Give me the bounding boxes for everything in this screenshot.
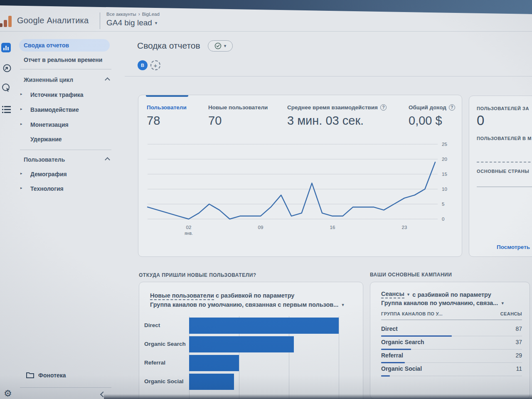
metric-suffix: с разбивкой по параметру xyxy=(214,292,295,299)
acquisition-card: Новые пользователи с разбивкой по параме… xyxy=(139,282,363,399)
sidebar-divider xyxy=(20,387,111,388)
chevron-down-icon: ▾ xyxy=(155,20,158,26)
sidebar-item-monetization[interactable]: Монетизация xyxy=(30,121,69,128)
help-question-icon[interactable]: ? xyxy=(449,104,455,111)
svg-text:5: 5 xyxy=(442,202,444,207)
header-divider xyxy=(100,12,100,29)
header-bottom-divider xyxy=(0,31,532,32)
bar-row: Referral xyxy=(139,354,363,372)
metric-tab-avg-engagement[interactable]: Среднее время взаимодействия ? 3 мин. 03… xyxy=(287,104,387,128)
submenu-arrow-icon: ▸ xyxy=(20,122,22,126)
sidebar-divider xyxy=(20,150,111,150)
metric-label: Среднее время взаимодействия xyxy=(287,104,378,111)
sidebar-item-tech[interactable]: Технология xyxy=(30,185,64,192)
realtime-divider xyxy=(477,187,532,187)
audience-chip-avatar[interactable]: B xyxy=(138,60,148,70)
breadcrumb-account[interactable]: BigLead xyxy=(142,12,160,17)
sessions-value: 11 xyxy=(516,365,522,372)
column-header-sessions: СЕАНСЫ xyxy=(500,311,522,316)
rail-advertising-icon[interactable] xyxy=(1,82,11,93)
metric-tab-total-revenue[interactable]: Общий доход ? 0,00 $ xyxy=(409,104,455,128)
bar-referral xyxy=(189,355,239,371)
table-row: Organic Search 37 xyxy=(381,336,522,350)
property-name: GA4 big lead xyxy=(106,18,152,27)
rail-configure-icon[interactable] xyxy=(1,104,12,115)
breadcrumb: Все аккаунты › BigLead xyxy=(106,11,160,17)
metric-label: Общий доход xyxy=(409,104,446,111)
view-realtime-link[interactable]: Посмотреть xyxy=(497,244,530,250)
sidebar-item-engagement[interactable]: Взаимодействие xyxy=(30,106,79,113)
dimension-label: Группа каналов по умолчанию, связа... xyxy=(381,300,498,306)
bar-row: Organic Search xyxy=(139,335,363,354)
rail-explore-icon[interactable] xyxy=(2,63,12,73)
sidebar-item-realtime[interactable]: Отчет в реальном времени xyxy=(24,57,102,63)
folder-icon xyxy=(26,372,34,380)
active-metric-indicator xyxy=(146,95,188,97)
campaigns-metric-selector[interactable]: Сеансы ▾ с разбивкой по параметру xyxy=(381,291,491,298)
submenu-arrow-icon: ▸ xyxy=(20,171,22,175)
sidebar-item-reports-snapshot[interactable]: Сводка отчетов xyxy=(19,39,110,52)
svg-text:10: 10 xyxy=(442,187,447,192)
chevron-up-icon[interactable] xyxy=(105,157,110,163)
target-cursor-icon xyxy=(1,83,11,93)
metric-label: Новые пользователи xyxy=(208,104,268,111)
acquisition-dimension-selector[interactable]: Группа каналов по умолчанию, связанная с… xyxy=(150,301,344,308)
breadcrumb-all-accounts[interactable]: Все аккаунты xyxy=(106,12,136,17)
svg-text:16: 16 xyxy=(330,225,335,230)
chevron-down-icon: ▾ xyxy=(407,292,410,297)
channel-name: Direct xyxy=(381,325,398,332)
metric-value: 70 xyxy=(208,114,268,128)
chevron-down-icon: ▾ xyxy=(342,302,344,308)
rail-reports-icon[interactable] xyxy=(1,43,11,52)
property-selector[interactable]: GA4 big lead ▾ xyxy=(106,18,157,27)
metric-value: 78 xyxy=(147,114,187,128)
svg-text:15: 15 xyxy=(442,172,447,177)
row-bar xyxy=(381,375,390,377)
table-header: ГРУППА КАНАЛОВ ПО У... СЕАНСЫ xyxy=(381,311,522,316)
breadcrumb-separator-icon: › xyxy=(138,11,140,17)
dimension-label: Группа каналов по умолчанию, связанная с… xyxy=(150,301,338,308)
sidebar-item-library[interactable]: Фонотека xyxy=(38,372,66,379)
table-row: Direct 87 xyxy=(381,323,522,336)
bar-direct xyxy=(189,318,339,334)
submenu-arrow-icon: ▸ xyxy=(20,107,22,111)
sidebar-item-acquisition[interactable]: Источник трафика xyxy=(30,91,84,98)
users-line-chart: 051015202502янв.091623 xyxy=(144,133,456,236)
bar-row: Direct xyxy=(139,316,363,335)
settings-gear-icon[interactable]: ⚙ xyxy=(4,388,12,399)
bar-organic-search xyxy=(189,336,294,352)
table-header-divider xyxy=(381,320,522,320)
channel-name: Organic Search xyxy=(381,339,424,345)
metric-selector-label[interactable]: Новые пользователи xyxy=(150,292,214,300)
metric-selector-label[interactable]: Сеансы xyxy=(381,291,404,298)
add-comparison-icon[interactable]: + xyxy=(150,60,160,70)
campaigns-section-label: ВАШИ ОСНОВНЫЕ КАМПАНИИ xyxy=(370,272,452,278)
metric-tab-users[interactable]: Пользователи 78 xyxy=(147,104,187,128)
svg-text:20: 20 xyxy=(442,157,447,162)
screen-bottom-bezel xyxy=(104,394,532,399)
chevron-down-icon: ▾ xyxy=(224,43,227,49)
svg-text:02: 02 xyxy=(186,225,192,230)
chevron-up-icon[interactable] xyxy=(105,77,110,83)
channel-name: Organic Social xyxy=(381,365,422,372)
svg-text:25: 25 xyxy=(442,142,447,147)
top-countries-caption: ОСНОВНЫЕ СТРАНЫ xyxy=(477,169,529,174)
bar-category-label: Organic Search xyxy=(144,341,190,347)
help-question-icon[interactable]: ? xyxy=(380,104,387,111)
sessions-value: 87 xyxy=(515,325,522,332)
sessions-value: 29 xyxy=(515,352,522,359)
bar-category-label: Referral xyxy=(144,360,190,366)
report-status-dropdown[interactable]: ▾ xyxy=(208,40,233,52)
bar-category-label: Direct xyxy=(144,322,190,328)
metric-tab-new-users[interactable]: Новые пользователи 70 xyxy=(208,104,268,128)
sidebar-item-demographics[interactable]: Демография xyxy=(30,171,67,177)
svg-text:0: 0 xyxy=(442,217,444,222)
sidebar-item-retention[interactable]: Удержание xyxy=(30,136,62,143)
sidebar-group-lifecycle[interactable]: Жизненный цикл xyxy=(24,76,73,83)
metric-suffix: с разбивкой по параметру xyxy=(412,291,491,298)
acquisition-metric-selector[interactable]: Новые пользователи с разбивкой по параме… xyxy=(150,292,294,299)
acquisition-section-label: ОТКУДА ПРИШЛИ НОВЫЕ ПОЛЬЗОВАТЕЛИ? xyxy=(139,272,256,278)
campaigns-dimension-selector[interactable]: Группа каналов по умолчанию, связа...▾ xyxy=(381,300,504,306)
sidebar-group-user[interactable]: Пользователь xyxy=(24,156,65,163)
bar-row: Organic Social xyxy=(139,372,363,391)
